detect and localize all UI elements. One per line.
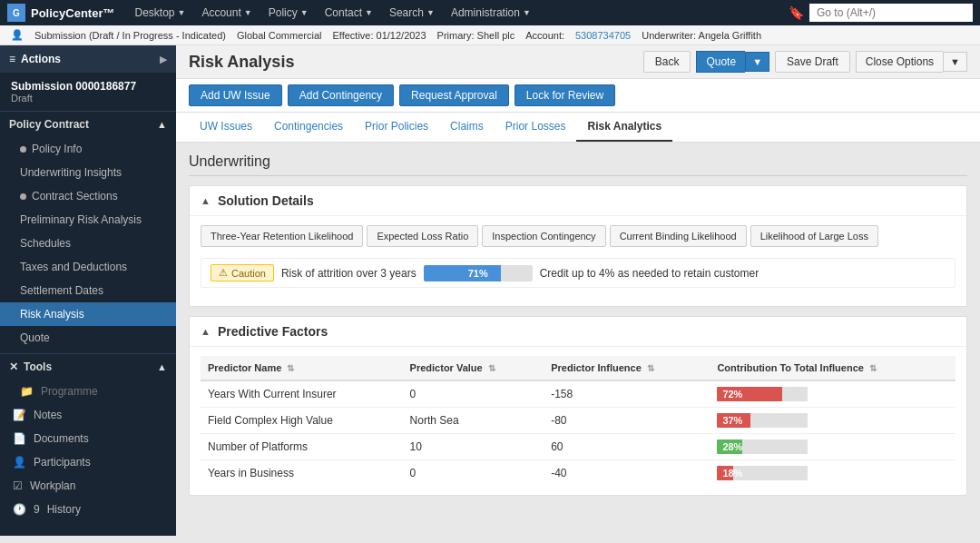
sidebar-tool-participants[interactable]: 👤 Participants	[0, 450, 176, 474]
cell-name-0: Years With Current Insurer	[201, 380, 403, 408]
content-tabs: UW Issues Contingencies Prior Policies C…	[176, 113, 980, 143]
policy-contract-section: Policy Contract ▲ Policy Info Underwriti…	[0, 112, 176, 350]
bookmark-icon[interactable]: 🔖	[789, 5, 804, 20]
warning-icon: ⚠	[219, 267, 228, 279]
user-icon: 👤	[11, 29, 24, 41]
cell-name-3: Years in Business	[201, 460, 403, 487]
cell-contribution-3: 18%	[710, 460, 956, 487]
sidebar-item-underwriting-insights[interactable]: Underwriting Insights	[0, 161, 176, 184]
close-options-button-group: Close Options ▼	[856, 51, 967, 73]
collapse-icon: ▲	[157, 119, 167, 130]
col-predictor-value[interactable]: Predictor Value ⇅	[403, 356, 544, 380]
credit-text: Credit up to 4% as needed to retain cust…	[540, 267, 759, 280]
logo-icon: G	[7, 4, 25, 22]
account-number-link[interactable]: 5308734705	[575, 30, 631, 41]
sidebar-item-schedules[interactable]: Schedules	[0, 232, 176, 255]
nav-search[interactable]: Search ▼	[382, 3, 442, 23]
submission-info: Submission 0000186877 Draft	[0, 73, 176, 112]
tab-claims[interactable]: Claims	[439, 113, 495, 142]
predictive-factors-body: Predictor Name ⇅ Predictor Value ⇅ Predi…	[190, 347, 966, 495]
sidebar-item-taxes[interactable]: Taxes and Deductions	[0, 255, 176, 279]
nav-desktop[interactable]: Desktop ▼	[127, 3, 192, 23]
back-button[interactable]: Back	[643, 51, 691, 73]
predictive-factors-table: Predictor Name ⇅ Predictor Value ⇅ Predi…	[201, 356, 956, 486]
sort-icon-name: ⇅	[287, 363, 294, 373]
sidebar-item-quote[interactable]: Quote	[0, 326, 176, 350]
table-row: Years With Current Insurer 0 -158 72%	[201, 380, 956, 408]
page-title: Risk Analysis	[189, 53, 294, 72]
sidebar-item-preliminary-risk[interactable]: Preliminary Risk Analysis	[0, 208, 176, 232]
folder-icon: 📁	[20, 385, 34, 398]
history-icon: 🕐	[13, 503, 26, 516]
progress-text: 71%	[424, 268, 533, 279]
sol-tab-loss-ratio[interactable]: Expected Loss Ratio	[367, 225, 478, 247]
sidebar-tool-programme: 📁 Programme	[0, 380, 176, 403]
quote-dropdown-button[interactable]: ▼	[745, 52, 769, 72]
sidebar-tool-documents[interactable]: 📄 Documents	[0, 427, 176, 450]
col-predictor-influence[interactable]: Predictor Influence ⇅	[544, 356, 710, 380]
request-approval-button[interactable]: Request Approval	[399, 84, 509, 106]
predictive-factors-header[interactable]: ▲ Predictive Factors	[190, 317, 966, 347]
progress-bar: 71%	[424, 265, 533, 281]
lock-for-review-button[interactable]: Lock for Review	[514, 84, 615, 106]
sol-tab-inspection[interactable]: Inspection Contingency	[482, 225, 605, 247]
submission-title: Submission 0000186877	[11, 80, 165, 93]
sidebar-item-policy-info[interactable]: Policy Info	[0, 137, 176, 161]
content-area: Underwriting ▲ Solution Details Three-Ye…	[176, 143, 980, 516]
predictive-factors-card: ▲ Predictive Factors Predictor Name ⇅	[189, 316, 967, 496]
contrib-bar-2: 28%	[717, 439, 808, 454]
sidebar-tool-notes[interactable]: 📝 Notes	[0, 403, 176, 427]
sol-tab-large-loss[interactable]: Likelihood of Large Loss	[750, 225, 878, 247]
sidebar-item-risk-analysis[interactable]: Risk Analysis	[0, 302, 176, 326]
col-predictor-name[interactable]: Predictor Name ⇅	[201, 356, 403, 380]
tab-contingencies[interactable]: Contingencies	[263, 113, 354, 142]
actions-icon: ≡	[9, 53, 15, 65]
tab-risk-analytics[interactable]: Risk Analytics	[576, 113, 672, 142]
sidebar-item-settlement-dates[interactable]: Settlement Dates	[0, 279, 176, 302]
cell-value-3: 0	[403, 460, 544, 487]
quote-button-group: Quote ▼	[696, 51, 769, 73]
nav-administration[interactable]: Administration ▼	[444, 3, 538, 23]
quote-button[interactable]: Quote	[696, 51, 745, 73]
nav-account[interactable]: Account ▼	[194, 3, 259, 23]
solution-details-title: Solution Details	[218, 193, 314, 208]
close-options-dropdown[interactable]: ▼	[943, 52, 967, 72]
contrib-bar-0: 72%	[717, 387, 808, 401]
page-header: Risk Analysis Back Quote ▼ Save Draft Cl…	[176, 45, 980, 79]
col-contribution[interactable]: Contribution To Total Influence ⇅	[710, 356, 956, 380]
nav-contact[interactable]: Contact ▼	[318, 3, 380, 23]
sol-tab-binding[interactable]: Current Binding Likelihood	[610, 225, 747, 247]
caution-badge: ⚠ Caution	[211, 264, 274, 281]
table-row: Field Complex High Value North Sea -80 3…	[201, 408, 956, 434]
solution-details-header[interactable]: ▲ Solution Details	[190, 186, 966, 216]
contract-sections-dot	[20, 193, 26, 200]
sidebar-tool-workplan[interactable]: ☑ Workplan	[0, 474, 176, 498]
actions-expand-icon: ▶	[160, 54, 167, 65]
cell-contribution-1: 37%	[710, 408, 956, 434]
cell-influence-3: -40	[544, 460, 710, 487]
tools-header[interactable]: ✕ Tools ▲	[0, 353, 176, 380]
caution-row: ⚠ Caution Risk of attrition over 3 years…	[201, 258, 956, 288]
add-contingency-button[interactable]: Add Contingency	[288, 84, 394, 106]
tab-uw-issues[interactable]: UW Issues	[189, 113, 263, 142]
sol-tab-retention[interactable]: Three-Year Retention Likelihood	[201, 225, 363, 247]
documents-icon: 📄	[13, 432, 26, 445]
section-title: Underwriting	[189, 153, 967, 176]
predictive-factors-title: Predictive Factors	[218, 324, 328, 339]
tab-prior-losses[interactable]: Prior Losses	[495, 113, 577, 142]
sidebar-tool-history[interactable]: 🕐 9 History	[0, 498, 176, 521]
close-options-button[interactable]: Close Options	[856, 51, 943, 73]
add-uw-issue-button[interactable]: Add UW Issue	[189, 84, 282, 106]
tools-close-icon: ✕	[9, 360, 18, 373]
submission-status: Submission (Draft / In Progress - Indica…	[34, 30, 226, 41]
policy-contract-header[interactable]: Policy Contract ▲	[0, 112, 176, 137]
actions-header[interactable]: ≡ Actions ▶	[0, 45, 176, 73]
save-draft-button[interactable]: Save Draft	[775, 51, 850, 73]
global-search-input[interactable]	[809, 4, 973, 22]
app-logo: G PolicyCenter™	[7, 4, 114, 22]
nav-policy[interactable]: Policy ▼	[261, 3, 316, 23]
cell-influence-0: -158	[544, 380, 710, 408]
tab-prior-policies[interactable]: Prior Policies	[354, 113, 439, 142]
predictive-factors-collapse-icon: ▲	[201, 326, 211, 337]
sidebar-item-contract-sections[interactable]: Contract Sections	[0, 184, 176, 208]
